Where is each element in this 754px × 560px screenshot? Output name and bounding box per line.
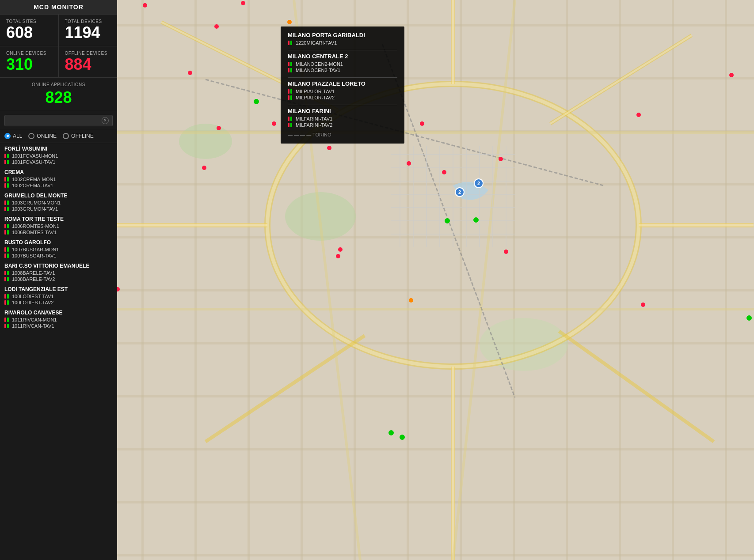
- search-box: ×: [0, 111, 117, 130]
- map-pin-p24[interactable]: [636, 113, 641, 117]
- popup-cut-text: — — — — TORINO: [288, 132, 397, 138]
- device-name: 1007BUSGAR-MON1: [12, 247, 59, 252]
- map-pin-p19[interactable]: [445, 218, 450, 223]
- map-pin-p15[interactable]: 2: [455, 187, 465, 197]
- map-pin-p26[interactable]: [729, 73, 734, 77]
- online-devices-value: 310: [6, 56, 52, 73]
- total-sites-box: TOTAL SITES 608: [0, 15, 59, 46]
- site-item[interactable]: CREMA 1002CREMA-MON1 1002CREMA-TAV1: [4, 169, 113, 188]
- site-item[interactable]: GRUMELLO DEL MONTE 1003GRUMON-MON1 1003G…: [4, 193, 113, 212]
- site-name: GRUMELLO DEL MONTE: [4, 193, 113, 199]
- filter-online[interactable]: ONLINE: [28, 133, 57, 139]
- site-name: CREMA: [4, 169, 113, 175]
- device-indicator: [4, 154, 10, 158]
- device-name: 1011RIVCAN-TAV1: [12, 323, 54, 329]
- map-pin-p11[interactable]: [420, 121, 424, 126]
- clear-search-button[interactable]: ×: [102, 117, 109, 124]
- popup-device-name: MILANOCEN2-MON1: [296, 61, 343, 67]
- device-indicator: [4, 294, 10, 299]
- map-area[interactable]: 22 MILANO PORTA GARIBALDI 1220MIGARI-TAV…: [117, 0, 754, 560]
- filter-online-label: ONLINE: [37, 133, 57, 139]
- filter-online-radio[interactable]: [28, 133, 34, 139]
- site-item[interactable]: BARI C.SO VITTORIO EMANUELE 1008BARELE-T…: [4, 263, 113, 282]
- device-row: 1006ROMTES-TAV1: [4, 230, 113, 235]
- site-item[interactable]: LODI TANGENZIALE EST 100LODIEST-TAV1 100…: [4, 286, 113, 305]
- map-pin-p1[interactable]: [143, 3, 147, 8]
- map-pin-p4[interactable]: [214, 24, 219, 29]
- popup-device-row: MILFARINI-TAV1: [288, 116, 397, 121]
- device-name: 100LODIEST-TAV2: [12, 300, 53, 305]
- map-pin-p27[interactable]: [746, 315, 752, 321]
- site-name: LODI TANGENZIALE EST: [4, 286, 113, 292]
- map-pin-p21[interactable]: [504, 250, 508, 254]
- map-pin-p22[interactable]: [409, 298, 413, 303]
- svg-point-4: [179, 124, 232, 159]
- map-pin-p14[interactable]: 2: [474, 178, 484, 188]
- popup-device-row: 1220MIGARI-TAV1: [288, 40, 397, 45]
- offline-devices-label: OFFLINE DEVICES: [65, 51, 111, 56]
- device-name: 1006ROMTES-MON1: [12, 223, 59, 229]
- map-pin-p2[interactable]: [241, 1, 245, 5]
- site-name: BUSTO GAROLFO: [4, 239, 113, 246]
- device-row: 100LODIEST-TAV2: [4, 300, 113, 305]
- popup-site: MILANO PORTA GARIBALDI 1220MIGARI-TAV1: [288, 32, 397, 45]
- site-item[interactable]: FORLÌ VASUMINI 1001FOVASU-MON1 1001FOVAS…: [4, 146, 113, 165]
- popup-site: MILANO FARINI MILFARINI-TAV1 MILFARINI-T…: [288, 108, 397, 128]
- device-name: 1001FOVASU-TAV1: [12, 159, 55, 165]
- map-popup: MILANO PORTA GARIBALDI 1220MIGARI-TAV1 M…: [281, 26, 404, 144]
- offline-devices-box: OFFLINE DEVICES 884: [59, 46, 118, 78]
- map-pin-p3[interactable]: [287, 20, 292, 24]
- map-pin-p25[interactable]: [641, 303, 645, 307]
- total-devices-value: 1194: [65, 24, 111, 42]
- map-pin-p13[interactable]: [442, 170, 446, 174]
- online-apps-label: ONLINE APPLICATIONS: [6, 82, 111, 87]
- filter-offline-radio[interactable]: [63, 133, 69, 139]
- online-devices-label: ONLINE DEVICES: [6, 51, 52, 56]
- map-pin-p12[interactable]: [407, 161, 411, 166]
- popup-site-name: MILANO CENTRALE 2: [288, 53, 397, 60]
- map-pin-p8[interactable]: [217, 126, 221, 130]
- app-title: MCD MONITOR: [0, 0, 117, 15]
- site-name: ROMA TOR TRE TESTE: [4, 216, 113, 222]
- device-indicator: [4, 247, 10, 252]
- device-row: 1002CREMA-TAV1: [4, 183, 113, 188]
- site-name: FORLÌ VASUMINI: [4, 146, 113, 152]
- filter-all-label: ALL: [13, 133, 22, 139]
- device-row: 100LODIEST-TAV1: [4, 294, 113, 299]
- device-row: 1003GRUMON-MON1: [4, 200, 113, 205]
- offline-devices-value: 884: [65, 56, 111, 73]
- map-pin-p29[interactable]: [400, 435, 405, 440]
- map-pin-p16[interactable]: [499, 157, 503, 161]
- map-pin-p6[interactable]: [254, 99, 259, 104]
- map-pin-p17[interactable]: [338, 247, 343, 252]
- popup-device-indicator: [288, 68, 293, 72]
- sites-list[interactable]: FORLÌ VASUMINI 1001FOVASU-MON1 1001FOVAS…: [0, 143, 117, 560]
- site-item[interactable]: RIVAROLO CANAVESE 1011RIVCAN-MON1 1011RI…: [4, 310, 113, 329]
- device-row: 1011RIVCAN-MON1: [4, 317, 113, 322]
- popup-device-indicator: [288, 41, 293, 45]
- site-item[interactable]: BUSTO GAROLFO 1007BUSGAR-MON1 1007BUSGAR…: [4, 239, 113, 258]
- total-sites-value: 608: [6, 24, 52, 42]
- map-pin-p5[interactable]: [188, 71, 192, 75]
- filter-offline[interactable]: OFFLINE: [63, 133, 94, 139]
- popup-device-row: MILANOCEN2-MON1: [288, 61, 397, 67]
- popup-device-row: MILPIALOR-TAV1: [288, 89, 397, 94]
- online-apps-box: ONLINE APPLICATIONS 828: [0, 78, 117, 111]
- map-pin-p28[interactable]: [388, 430, 394, 435]
- search-input[interactable]: [8, 117, 102, 124]
- map-pin-p10[interactable]: [327, 146, 331, 150]
- popup-device-row: MILANOCEN2-TAV1: [288, 68, 397, 73]
- device-name: 1007BUSGAR-TAV1: [12, 253, 56, 258]
- filter-all-radio[interactable]: [4, 133, 11, 139]
- map-pin-p7[interactable]: [272, 121, 276, 126]
- device-name: 1008BARELE-TAV1: [12, 270, 55, 276]
- device-row: 1007BUSGAR-MON1: [4, 247, 113, 252]
- map-pin-p9[interactable]: [202, 166, 206, 170]
- map-pin-p18[interactable]: [336, 254, 340, 258]
- popup-site-name: MILANO PORTA GARIBALDI: [288, 32, 397, 38]
- popup-device-name: MILPIALOR-TAV2: [296, 95, 335, 100]
- map-pin-p20[interactable]: [473, 217, 479, 223]
- filter-all[interactable]: ALL: [4, 133, 22, 139]
- site-item[interactable]: ROMA TOR TRE TESTE 1006ROMTES-MON1 1006R…: [4, 216, 113, 235]
- popup-device-indicator: [288, 117, 293, 121]
